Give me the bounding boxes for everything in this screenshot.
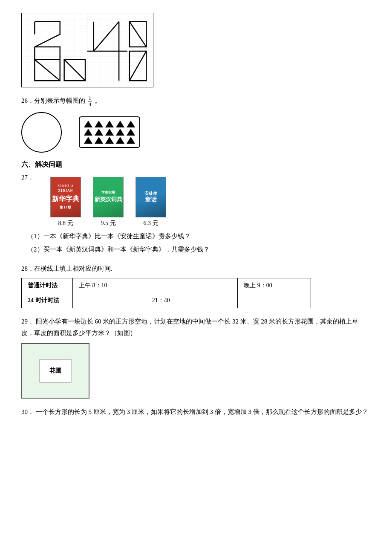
- q29-section: 29． 阳光小学有一块边长 60 米的正方形空地，计划在空地的中间做一个长 32…: [21, 316, 371, 399]
- q30-content: 一个长方形的长为 5 厘米，宽为 3 厘米，如果将它的长增加到 3 倍，宽增加 …: [36, 408, 368, 415]
- book-price-yinghan: 9.5 元: [101, 220, 116, 227]
- q29-text: 29． 阳光小学有一块边长 60 米的正方形空地，计划在空地的中间做一个长 32…: [21, 316, 371, 339]
- q26-text: 26．分别表示每幅图的: [21, 97, 85, 104]
- triangle-8: [105, 129, 114, 136]
- q29-content: 阳光小学有一块边长 60 米的正方形空地，计划在空地的中间做一个长 32 米、宽…: [21, 318, 358, 336]
- book-cover-yinghan: 学生实用 新英汉词典: [93, 177, 124, 217]
- book-price-andersen: 6.3 元: [144, 220, 159, 227]
- triangle-2: [95, 121, 103, 127]
- svg-rect-0: [22, 13, 153, 87]
- q30-text: 30． 一个长方形的长为 5 厘米，宽为 3 厘米，如果将它的长增加到 3 倍，…: [21, 406, 371, 418]
- grid-diagram: [21, 13, 153, 87]
- time-cell-1-2: [146, 278, 238, 293]
- q27-number: 27．: [21, 173, 34, 182]
- q28-label: 28．在横线上填上相对应的时间.: [21, 263, 371, 275]
- triangle-10: [127, 129, 135, 136]
- time-cell-2-2: 21：40: [146, 293, 238, 308]
- q27-section: 27． XINHUA ZIDIAN 新华字典 第11版 8.8 元 学生实用 新…: [21, 173, 371, 255]
- lawn-diagram: 花圃: [21, 343, 89, 399]
- triangle-7: [95, 129, 103, 136]
- time-row-1: 普通计时法 上午 8：10 晚上 9：00: [22, 278, 311, 293]
- circle-shape: [21, 112, 62, 153]
- inner-rect-label: 花圃: [40, 359, 72, 382]
- time-table: 普通计时法 上午 8：10 晚上 9：00 24 时计时法 21：40: [21, 278, 311, 308]
- section6-header: 六、解决问题: [21, 160, 371, 169]
- time-row-2: 24 时计时法 21：40: [22, 293, 311, 308]
- q26-shapes: [21, 112, 371, 153]
- q30-number: 30．: [21, 408, 34, 415]
- q29-number: 29．: [21, 318, 34, 325]
- book-xinhua: XINHUA ZIDIAN 新华字典 第11版 8.8 元: [50, 177, 81, 227]
- tri-row-2: [84, 129, 135, 136]
- triangle-13: [105, 137, 114, 144]
- triangle-12: [95, 137, 103, 144]
- time-cell-2-1: [73, 293, 146, 308]
- q28-section: 28．在横线上填上相对应的时间. 普通计时法 上午 8：10 晚上 9：00 2…: [21, 263, 371, 308]
- tri-row-3: [84, 137, 135, 144]
- triangle-15: [127, 137, 135, 144]
- time-label-1: 普通计时法: [22, 278, 73, 293]
- q27-sub2: （2）买一本《新英汉词典》和一本《新华字典》，共需多少钱？: [27, 244, 371, 255]
- time-label-2: 24 时计时法: [22, 293, 73, 308]
- book-cover-xinhua: XINHUA ZIDIAN 新华字典 第11版: [50, 177, 81, 217]
- triangles-box: [79, 116, 140, 148]
- triangle-1: [84, 121, 92, 127]
- time-cell-1-3: 晚上 9：00: [238, 278, 311, 293]
- triangle-9: [116, 129, 124, 136]
- triangle-14: [116, 137, 124, 144]
- triangle-6: [84, 129, 92, 136]
- book-andersen: 安徒生 童话 6.3 元: [135, 177, 166, 227]
- book-cover-andersen: 安徒生 童话: [135, 177, 166, 217]
- q26-label: 26．分别表示每幅图的 1 4 。: [21, 95, 371, 108]
- triangle-4: [116, 121, 124, 127]
- q27-sub1: （1）一本《新华字典》比一本《安徒生童话》贵多少钱？: [27, 231, 371, 242]
- q30-section: 30． 一个长方形的长为 5 厘米，宽为 3 厘米，如果将它的长增加到 3 倍，…: [21, 406, 371, 418]
- q26-section: 26．分别表示每幅图的 1 4 。: [21, 95, 371, 153]
- books-row: XINHUA ZIDIAN 新华字典 第11版 8.8 元 学生实用 新英汉词典…: [50, 177, 166, 227]
- time-cell-2-3: [238, 293, 311, 308]
- tri-row-1: [84, 121, 135, 127]
- q26-fraction: 1 4: [88, 95, 92, 108]
- triangle-5: [127, 121, 135, 127]
- time-cell-1-1: 上午 8：10: [73, 278, 146, 293]
- triangle-3: [105, 121, 114, 127]
- book-price-xinhua: 8.8 元: [58, 220, 73, 227]
- book-yinghan: 学生实用 新英汉词典 9.5 元: [93, 177, 124, 227]
- triangle-11: [84, 137, 92, 144]
